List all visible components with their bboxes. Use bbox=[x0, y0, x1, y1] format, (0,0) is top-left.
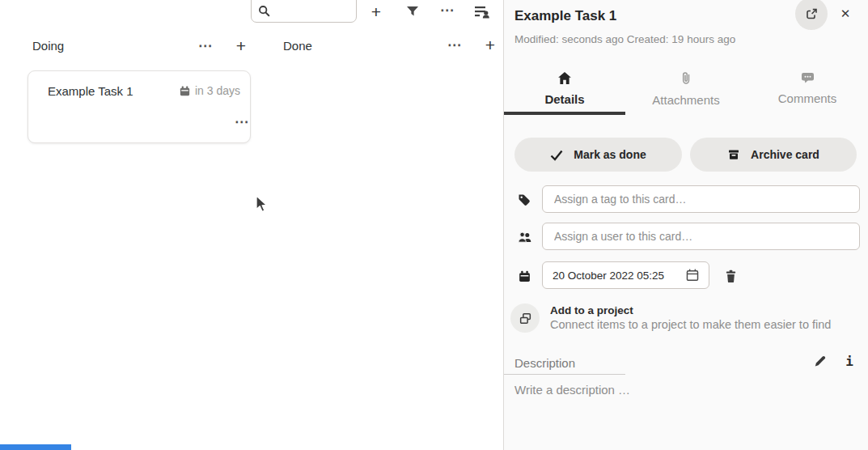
trash-icon bbox=[724, 270, 738, 283]
more-icon: ⋯ bbox=[447, 38, 462, 52]
filter-button[interactable] bbox=[401, 0, 424, 23]
column-title-done: Done bbox=[283, 39, 312, 53]
tab-label: Attachments bbox=[652, 93, 719, 107]
external-link-icon bbox=[805, 7, 819, 21]
description-label: Description bbox=[514, 356, 575, 370]
filter-icon bbox=[406, 5, 419, 18]
plus-icon: + bbox=[371, 3, 381, 20]
open-calendar-button[interactable] bbox=[681, 264, 704, 287]
description-info-button[interactable]: i bbox=[840, 351, 858, 371]
tab-comments[interactable]: Comments bbox=[747, 68, 868, 115]
archive-icon bbox=[727, 148, 740, 161]
due-date-field[interactable]: 20 October 2022 05:25 bbox=[542, 261, 709, 289]
done-column-menu-button[interactable]: ⋯ bbox=[443, 33, 466, 56]
paperclip-icon bbox=[680, 71, 692, 86]
more-icon: ⋯ bbox=[235, 115, 249, 129]
doing-column-menu-button[interactable]: ⋯ bbox=[194, 34, 217, 57]
more-icon: ⋯ bbox=[440, 3, 455, 17]
search-icon bbox=[258, 5, 271, 18]
remove-due-date-button[interactable] bbox=[719, 265, 742, 287]
panel-tabs: Details Attachments Comments bbox=[504, 68, 868, 115]
check-icon bbox=[550, 149, 563, 161]
calendar-outline-icon bbox=[685, 268, 700, 282]
home-icon bbox=[557, 71, 572, 85]
archive-card-button[interactable]: Archive card bbox=[690, 138, 857, 172]
pencil-icon bbox=[813, 354, 827, 368]
column-title-doing: Doing bbox=[32, 39, 64, 53]
close-panel-button[interactable]: ✕ bbox=[834, 4, 857, 23]
card-menu-button[interactable]: ⋯ bbox=[231, 110, 253, 133]
project-title: Add to a project bbox=[550, 304, 831, 316]
plus-icon: + bbox=[236, 37, 246, 54]
tab-attachments[interactable]: Attachments bbox=[625, 68, 747, 115]
tab-label: Comments bbox=[778, 91, 837, 105]
assignee-view-button[interactable] bbox=[471, 0, 493, 23]
due-date-value: 20 October 2022 05:25 bbox=[553, 270, 664, 282]
description-text-area[interactable]: Write a description … bbox=[514, 383, 630, 397]
card-due-date: in 3 days bbox=[179, 84, 240, 97]
doing-add-card-button[interactable]: + bbox=[230, 34, 252, 57]
mouse-cursor bbox=[256, 195, 269, 213]
mark-as-done-button[interactable]: Mark as done bbox=[514, 138, 682, 172]
assign-user-input[interactable] bbox=[542, 223, 860, 250]
search-input[interactable] bbox=[251, 0, 357, 23]
board-menu-button[interactable]: ⋯ bbox=[436, 0, 459, 21]
calendar-icon bbox=[179, 85, 191, 97]
panel-title: Example Task 1 bbox=[514, 8, 616, 24]
tag-icon bbox=[518, 193, 532, 207]
done-add-card-button[interactable]: + bbox=[479, 33, 502, 56]
description-separator bbox=[504, 374, 625, 375]
mark-as-done-label: Mark as done bbox=[574, 148, 646, 161]
tab-label: Details bbox=[544, 92, 584, 106]
more-icon: ⋯ bbox=[198, 39, 213, 53]
tag-input[interactable] bbox=[542, 185, 860, 213]
archive-card-label: Archive card bbox=[751, 148, 819, 161]
edit-description-button[interactable] bbox=[810, 352, 829, 370]
add-card-button[interactable]: + bbox=[365, 0, 387, 23]
assignee-list-icon bbox=[475, 5, 490, 19]
open-in-window-button[interactable] bbox=[795, 0, 828, 30]
card-due-label: in 3 days bbox=[195, 84, 240, 97]
add-to-project-button[interactable]: Add to a project Connect items to a proj… bbox=[510, 302, 858, 338]
project-icon bbox=[510, 304, 540, 333]
project-subtitle: Connect items to a project to make them … bbox=[550, 318, 831, 331]
close-icon: ✕ bbox=[840, 6, 851, 21]
task-card[interactable]: Example Task 1 in 3 days ⋯ bbox=[28, 70, 251, 143]
users-icon bbox=[518, 230, 532, 244]
tab-details[interactable]: Details bbox=[504, 68, 625, 115]
accent-bar bbox=[0, 444, 71, 450]
calendar-icon bbox=[518, 269, 532, 283]
comment-icon bbox=[801, 71, 815, 84]
card-title: Example Task 1 bbox=[48, 84, 133, 98]
card-details-panel: Example Task 1 Modified: seconds ago Cre… bbox=[504, 0, 868, 450]
info-icon: i bbox=[845, 354, 853, 369]
plus-icon: + bbox=[485, 36, 495, 53]
panel-meta: Modified: seconds ago Created: 19 hours … bbox=[514, 33, 735, 45]
